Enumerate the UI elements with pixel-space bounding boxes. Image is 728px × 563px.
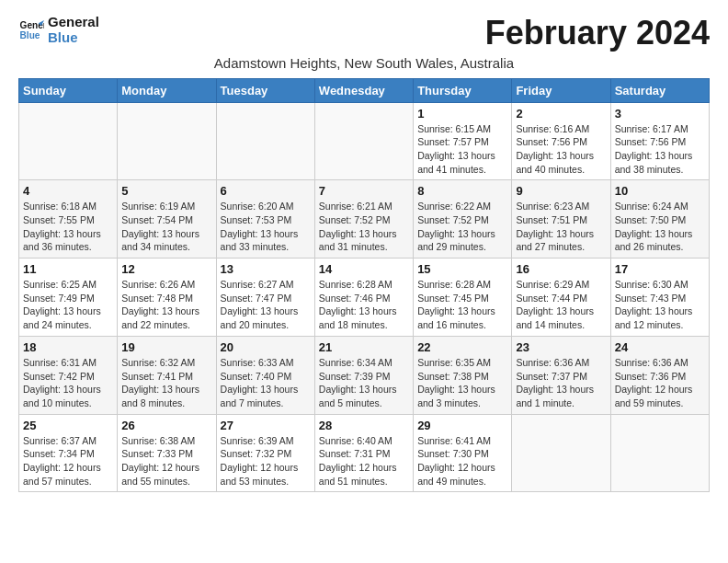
day-info: Sunrise: 6:36 AMSunset: 7:37 PMDaylight:… [516, 356, 606, 410]
day-number: 22 [417, 340, 507, 354]
day-info: Sunrise: 6:21 AMSunset: 7:52 PMDaylight:… [319, 200, 409, 254]
day-number: 20 [221, 340, 311, 354]
day-info: Sunrise: 6:37 AMSunset: 7:34 PMDaylight:… [23, 434, 113, 488]
calendar-cell: 5Sunrise: 6:19 AMSunset: 7:54 PMDaylight… [118, 180, 216, 259]
calendar-table: SundayMondayTuesdayWednesdayThursdayFrid… [18, 78, 710, 493]
logo-line1: General [48, 15, 99, 30]
location-subtitle: Adamstown Heights, New South Wales, Aust… [18, 55, 710, 71]
weekday-header-thursday: Thursday [414, 78, 512, 102]
svg-text:Blue: Blue [20, 30, 40, 40]
calendar-cell: 21Sunrise: 6:34 AMSunset: 7:39 PMDayligh… [314, 336, 413, 414]
calendar-cell [118, 102, 216, 180]
day-info: Sunrise: 6:29 AMSunset: 7:44 PMDaylight:… [516, 278, 606, 332]
calendar-cell: 13Sunrise: 6:27 AMSunset: 7:47 PMDayligh… [216, 259, 314, 337]
day-info: Sunrise: 6:35 AMSunset: 7:38 PMDaylight:… [417, 356, 507, 410]
calendar-cell: 15Sunrise: 6:28 AMSunset: 7:45 PMDayligh… [414, 259, 512, 337]
day-number: 12 [121, 262, 211, 276]
calendar-header: SundayMondayTuesdayWednesdayThursdayFrid… [19, 78, 710, 102]
day-number: 23 [516, 340, 606, 354]
calendar-cell: 6Sunrise: 6:20 AMSunset: 7:53 PMDaylight… [216, 180, 314, 259]
weekday-header-friday: Friday [512, 78, 610, 102]
logo-line2: Blue [48, 30, 99, 46]
day-info: Sunrise: 6:26 AMSunset: 7:48 PMDaylight:… [121, 278, 211, 332]
day-info: Sunrise: 6:27 AMSunset: 7:47 PMDaylight:… [221, 278, 311, 332]
day-info: Sunrise: 6:41 AMSunset: 7:30 PMDaylight:… [417, 434, 507, 488]
weekday-header-saturday: Saturday [610, 78, 709, 102]
month-title: February 2024 [485, 15, 710, 52]
calendar-week-2: 4Sunrise: 6:18 AMSunset: 7:55 PMDaylight… [19, 180, 710, 259]
day-number: 27 [221, 419, 311, 432]
calendar-cell [314, 102, 413, 180]
calendar-cell: 22Sunrise: 6:35 AMSunset: 7:38 PMDayligh… [414, 336, 512, 414]
calendar-cell: 11Sunrise: 6:25 AMSunset: 7:49 PMDayligh… [19, 259, 118, 337]
day-info: Sunrise: 6:28 AMSunset: 7:46 PMDaylight:… [319, 278, 409, 332]
calendar-cell: 17Sunrise: 6:30 AMSunset: 7:43 PMDayligh… [610, 259, 709, 337]
day-number: 6 [221, 184, 311, 198]
day-number: 7 [319, 184, 409, 198]
day-info: Sunrise: 6:33 AMSunset: 7:40 PMDaylight:… [221, 356, 311, 410]
day-info: Sunrise: 6:38 AMSunset: 7:33 PMDaylight:… [121, 434, 211, 488]
calendar-cell: 4Sunrise: 6:18 AMSunset: 7:55 PMDaylight… [19, 180, 118, 259]
calendar-cell: 9Sunrise: 6:23 AMSunset: 7:51 PMDaylight… [512, 180, 610, 259]
calendar-cell: 27Sunrise: 6:39 AMSunset: 7:32 PMDayligh… [216, 414, 314, 492]
calendar-cell: 7Sunrise: 6:21 AMSunset: 7:52 PMDaylight… [314, 180, 413, 259]
calendar-cell: 19Sunrise: 6:32 AMSunset: 7:41 PMDayligh… [118, 336, 216, 414]
calendar-cell: 10Sunrise: 6:24 AMSunset: 7:50 PMDayligh… [610, 180, 709, 259]
calendar-cell [216, 102, 314, 180]
calendar-cell: 1Sunrise: 6:15 AMSunset: 7:57 PMDaylight… [414, 102, 512, 180]
day-info: Sunrise: 6:22 AMSunset: 7:52 PMDaylight:… [417, 200, 507, 254]
svg-text:General: General [20, 20, 44, 30]
day-info: Sunrise: 6:34 AMSunset: 7:39 PMDaylight:… [319, 356, 409, 410]
day-info: Sunrise: 6:19 AMSunset: 7:54 PMDaylight:… [121, 200, 211, 254]
day-info: Sunrise: 6:17 AMSunset: 7:56 PMDaylight:… [615, 122, 705, 177]
day-info: Sunrise: 6:30 AMSunset: 7:43 PMDaylight:… [615, 278, 705, 332]
calendar-cell: 8Sunrise: 6:22 AMSunset: 7:52 PMDaylight… [414, 180, 512, 259]
calendar-cell [512, 414, 610, 492]
day-info: Sunrise: 6:31 AMSunset: 7:42 PMDaylight:… [23, 356, 113, 410]
day-info: Sunrise: 6:39 AMSunset: 7:32 PMDaylight:… [221, 434, 311, 488]
calendar-cell: 26Sunrise: 6:38 AMSunset: 7:33 PMDayligh… [118, 414, 216, 492]
day-info: Sunrise: 6:20 AMSunset: 7:53 PMDaylight:… [221, 200, 311, 254]
day-number: 15 [417, 262, 507, 276]
day-number: 14 [319, 262, 409, 276]
day-number: 24 [615, 340, 705, 354]
day-info: Sunrise: 6:36 AMSunset: 7:36 PMDaylight:… [615, 356, 705, 410]
calendar-week-5: 25Sunrise: 6:37 AMSunset: 7:34 PMDayligh… [19, 414, 710, 492]
calendar-cell: 14Sunrise: 6:28 AMSunset: 7:46 PMDayligh… [314, 259, 413, 337]
day-info: Sunrise: 6:32 AMSunset: 7:41 PMDaylight:… [121, 356, 211, 410]
header-row: SundayMondayTuesdayWednesdayThursdayFrid… [19, 78, 710, 102]
calendar-cell: 29Sunrise: 6:41 AMSunset: 7:30 PMDayligh… [414, 414, 512, 492]
day-number: 25 [23, 419, 113, 432]
logo-icon: General Blue [18, 17, 44, 43]
day-number: 17 [615, 262, 705, 276]
day-info: Sunrise: 6:18 AMSunset: 7:55 PMDaylight:… [23, 200, 113, 254]
header: General Blue General Blue February 2024 [18, 15, 710, 52]
day-number: 26 [121, 419, 211, 432]
calendar-week-3: 11Sunrise: 6:25 AMSunset: 7:49 PMDayligh… [19, 259, 710, 337]
title-block: February 2024 [485, 15, 710, 52]
day-number: 8 [417, 184, 507, 198]
day-number: 9 [516, 184, 606, 198]
day-number: 28 [319, 419, 409, 432]
calendar-cell: 16Sunrise: 6:29 AMSunset: 7:44 PMDayligh… [512, 259, 610, 337]
day-number: 5 [121, 184, 211, 198]
weekday-header-sunday: Sunday [19, 78, 118, 102]
day-info: Sunrise: 6:40 AMSunset: 7:31 PMDaylight:… [319, 434, 409, 488]
calendar-cell: 23Sunrise: 6:36 AMSunset: 7:37 PMDayligh… [512, 336, 610, 414]
calendar-cell: 18Sunrise: 6:31 AMSunset: 7:42 PMDayligh… [19, 336, 118, 414]
calendar-cell: 3Sunrise: 6:17 AMSunset: 7:56 PMDaylight… [610, 102, 709, 180]
weekday-header-wednesday: Wednesday [314, 78, 413, 102]
day-info: Sunrise: 6:23 AMSunset: 7:51 PMDaylight:… [516, 200, 606, 254]
calendar-cell [19, 102, 118, 180]
day-info: Sunrise: 6:25 AMSunset: 7:49 PMDaylight:… [23, 278, 113, 332]
calendar-week-4: 18Sunrise: 6:31 AMSunset: 7:42 PMDayligh… [19, 336, 710, 414]
logo: General Blue General Blue [18, 15, 99, 45]
weekday-header-monday: Monday [118, 78, 216, 102]
day-number: 18 [23, 340, 113, 354]
day-info: Sunrise: 6:28 AMSunset: 7:45 PMDaylight:… [417, 278, 507, 332]
day-number: 1 [417, 107, 507, 121]
calendar-week-1: 1Sunrise: 6:15 AMSunset: 7:57 PMDaylight… [19, 102, 710, 180]
day-number: 4 [23, 184, 113, 198]
day-number: 2 [516, 107, 606, 121]
calendar-cell: 24Sunrise: 6:36 AMSunset: 7:36 PMDayligh… [610, 336, 709, 414]
